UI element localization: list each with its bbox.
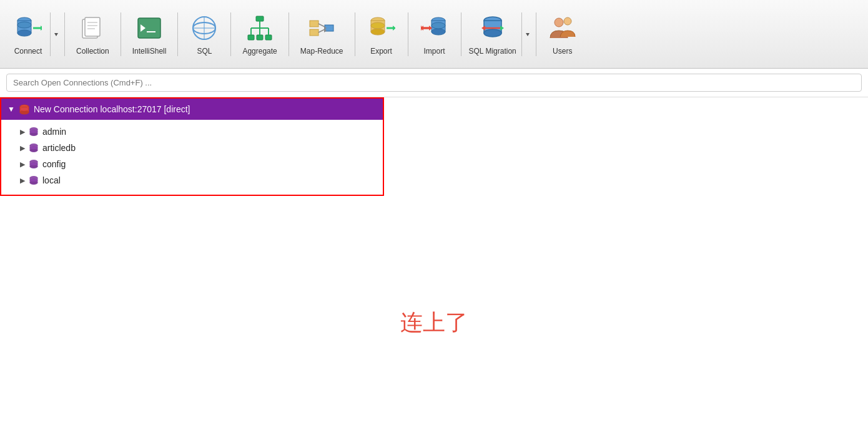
svg-marker-54: [481, 26, 485, 31]
separator-2: [121, 12, 121, 56]
svg-point-66: [30, 130, 37, 134]
sql-button[interactable]: SQL: [180, 8, 228, 61]
svg-point-74: [30, 163, 37, 166]
db-expand-arrow-articledb: ▶: [20, 144, 25, 152]
search-input[interactable]: [6, 74, 862, 92]
sql-migration-icon: [478, 13, 508, 43]
sql-icon: [189, 13, 219, 43]
export-label: Export: [370, 47, 392, 56]
export-icon: [367, 13, 397, 43]
svg-point-38: [371, 22, 385, 29]
svg-rect-29: [310, 29, 318, 36]
map-reduce-icon: [307, 13, 337, 43]
connect-button[interactable]: Connect: [6, 8, 50, 61]
aggregate-button[interactable]: Aggregate: [234, 8, 285, 61]
svg-point-2: [17, 30, 31, 36]
users-button[interactable]: Users: [539, 8, 586, 61]
toolbar: Connect Collection: [0, 0, 868, 69]
intellishell-button[interactable]: IntelliShell: [124, 8, 175, 61]
import-label: Import: [423, 47, 445, 56]
users-label: Users: [553, 47, 572, 56]
svg-marker-56: [526, 33, 530, 36]
svg-line-32: [318, 29, 325, 32]
db-name-admin: admin: [42, 127, 66, 137]
aggregate-label: Aggregate: [242, 47, 277, 56]
intellishell-icon: [134, 13, 164, 43]
sql-label: SQL: [197, 47, 212, 56]
collection-label: Collection: [76, 47, 109, 56]
separator-6: [355, 12, 355, 56]
db-icon-local: [29, 175, 39, 185]
connection-label: New Connection localhost:27017 [direct]: [34, 104, 190, 114]
intellishell-label: IntelliShell: [132, 47, 167, 56]
connect-dropdown-arrow[interactable]: [50, 12, 62, 56]
aggregate-icon: [245, 13, 275, 43]
main-area: ▼ New Connection localhost:27017 [direct…: [0, 69, 868, 438]
db-expand-arrow-config: ▶: [20, 160, 25, 168]
db-list: ▶ admin ▶ articledb: [1, 120, 383, 195]
connection-db-icon: [19, 104, 30, 115]
db-icon-config: [29, 159, 39, 169]
connect-group: Connect: [6, 8, 62, 61]
db-name-local: local: [42, 175, 61, 185]
svg-marker-5: [41, 26, 42, 31]
import-icon: [420, 13, 450, 43]
map-reduce-button[interactable]: Map-Reduce: [292, 8, 352, 61]
annotation-text: 连上了: [400, 308, 468, 338]
sql-migration-button[interactable]: SQL Migration: [464, 8, 521, 61]
search-bar: [0, 69, 868, 97]
db-item-local[interactable]: ▶ local: [1, 172, 383, 188]
svg-point-78: [30, 179, 37, 182]
svg-marker-40: [393, 26, 395, 31]
separator-5: [289, 12, 289, 56]
export-button[interactable]: Export: [358, 8, 405, 61]
db-expand-arrow-admin: ▶: [20, 128, 25, 136]
map-reduce-label: Map-Reduce: [300, 47, 343, 56]
collection-button[interactable]: Collection: [67, 8, 118, 61]
svg-point-62: [20, 107, 29, 111]
separator-9: [536, 12, 536, 56]
svg-rect-19: [256, 16, 264, 21]
db-name-config: config: [42, 159, 66, 169]
sql-migration-label: SQL Migration: [469, 47, 516, 56]
svg-point-52: [484, 29, 501, 37]
svg-rect-8: [85, 17, 100, 36]
sql-migration-group: SQL Migration: [464, 8, 533, 61]
svg-marker-55: [500, 26, 504, 31]
svg-point-44: [432, 22, 445, 29]
separator-1: [64, 12, 65, 56]
svg-marker-6: [54, 33, 58, 36]
svg-rect-22: [265, 35, 272, 40]
svg-point-58: [564, 17, 571, 25]
import-button[interactable]: Import: [411, 8, 458, 61]
svg-rect-20: [248, 35, 254, 40]
svg-point-43: [432, 29, 445, 35]
db-name-articledb: articledb: [42, 143, 76, 153]
db-expand-arrow-local: ▶: [20, 177, 25, 185]
db-icon-admin: [29, 127, 39, 137]
db-icon-articledb: [29, 143, 39, 153]
db-item-articledb[interactable]: ▶ articledb: [1, 140, 383, 156]
connection-expand-arrow: ▼: [7, 105, 15, 114]
db-item-config[interactable]: ▶ config: [1, 156, 383, 172]
svg-point-57: [555, 18, 563, 27]
separator-7: [408, 12, 408, 56]
svg-point-70: [30, 147, 37, 150]
connect-label: Connect: [14, 47, 42, 56]
svg-line-31: [318, 24, 325, 27]
separator-3: [177, 12, 178, 56]
connection-header[interactable]: ▼ New Connection localhost:27017 [direct…: [1, 99, 383, 120]
svg-point-3: [17, 22, 31, 28]
separator-4: [230, 12, 231, 56]
connection-tree: ▼ New Connection localhost:27017 [direct…: [0, 97, 384, 196]
db-item-admin[interactable]: ▶ admin: [1, 124, 383, 140]
users-icon: [548, 13, 578, 43]
svg-rect-28: [310, 21, 318, 27]
svg-rect-21: [257, 35, 263, 40]
connect-icon: [13, 13, 43, 43]
svg-point-37: [371, 29, 385, 35]
separator-8: [461, 12, 461, 56]
sql-migration-dropdown-arrow[interactable]: [521, 12, 533, 56]
collection-icon: [77, 13, 107, 43]
